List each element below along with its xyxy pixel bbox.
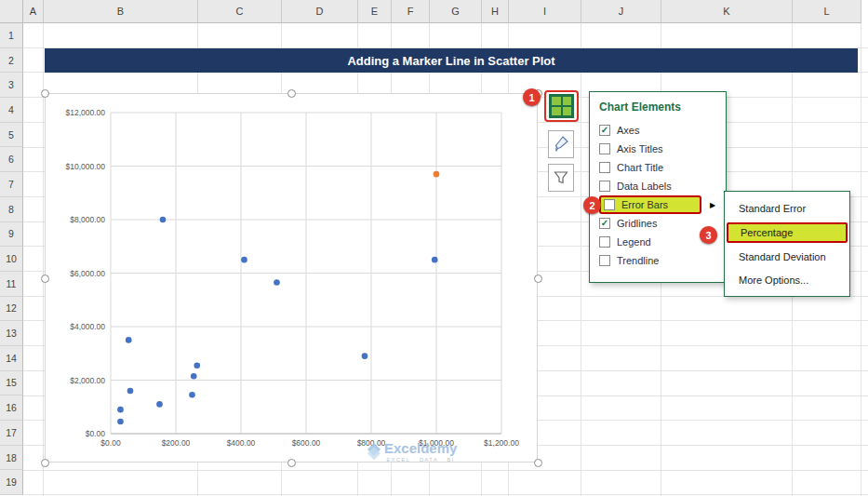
scatter-point[interactable] xyxy=(274,279,280,286)
chart-resize-handle[interactable] xyxy=(41,459,49,467)
chart-filters-button[interactable] xyxy=(548,164,574,192)
chart-styles-button[interactable] xyxy=(548,130,574,158)
column-header-c[interactable]: C xyxy=(198,0,282,23)
scatter-point[interactable] xyxy=(156,401,163,408)
scatter-point[interactable] xyxy=(191,373,197,380)
watermark: Exceldemy EXCEL · DATA · BI xyxy=(369,441,457,462)
chart-resize-handle[interactable] xyxy=(534,459,542,467)
submenu-item-standard-deviation[interactable]: Standard Deviation xyxy=(725,248,849,266)
row-header-11[interactable]: 11 xyxy=(0,272,23,297)
column-header-b[interactable]: B xyxy=(44,0,198,23)
chart-elements-item-axes[interactable]: ✓Axes xyxy=(599,121,726,140)
submenu-item-more-options[interactable]: More Options... xyxy=(725,271,849,289)
row-header-6[interactable]: 6 xyxy=(0,147,23,172)
scatter-point[interactable] xyxy=(434,171,440,178)
item-label: Error Bars xyxy=(621,199,668,210)
grid-line xyxy=(581,23,581,496)
column-header-g[interactable]: G xyxy=(430,0,482,23)
grid-line xyxy=(23,494,868,495)
y-axis-tick-label: $2,000.00 xyxy=(70,376,105,385)
scatter-point[interactable] xyxy=(160,217,167,223)
chart-elements-item-axis-titles[interactable]: Axis Titles xyxy=(599,140,726,158)
scatter-point[interactable] xyxy=(117,419,124,425)
checkbox-unchecked[interactable] xyxy=(599,236,610,248)
scatter-point[interactable] xyxy=(362,353,368,359)
column-header-k[interactable]: K xyxy=(661,0,793,23)
chart-elements-item-error-bars[interactable]: Error Bars xyxy=(599,195,701,214)
y-axis-tick-label: $8,000.00 xyxy=(70,215,105,224)
error-bars-submenu: Standard ErrorPercentageStandard Deviati… xyxy=(724,191,850,297)
x-axis-tick-label: $1,200.00 xyxy=(484,438,519,448)
watermark-name: Exceldemy xyxy=(384,441,457,455)
scatter-point[interactable] xyxy=(127,388,134,395)
chart-resize-handle[interactable] xyxy=(534,275,542,283)
scatter-point[interactable] xyxy=(194,362,200,369)
checkbox-checked[interactable]: ✓ xyxy=(599,125,610,136)
column-header-d[interactable]: D xyxy=(282,0,358,23)
x-axis-tick-label: $400.00 xyxy=(227,438,256,448)
row-header-19[interactable]: 19 xyxy=(0,470,23,495)
row-header-5[interactable]: 5 xyxy=(0,123,23,148)
checkbox-unchecked[interactable] xyxy=(599,181,610,192)
item-label: Axes xyxy=(617,125,639,136)
chart-elements-item-data-labels[interactable]: Data Labels xyxy=(599,177,726,195)
row-header-10[interactable]: 10 xyxy=(0,247,23,272)
chart-resize-handle[interactable] xyxy=(41,275,49,283)
row-header-17[interactable]: 17 xyxy=(0,421,23,446)
column-header-i[interactable]: I xyxy=(509,0,581,23)
column-header-h[interactable]: H xyxy=(482,0,509,23)
checkbox-checked[interactable]: ✓ xyxy=(599,218,610,229)
checkbox-unchecked[interactable] xyxy=(599,162,610,173)
chart-elements-menu: Chart Elements ✓AxesAxis TitlesChart Tit… xyxy=(589,91,727,283)
y-axis-tick-label: $0.00 xyxy=(86,429,106,438)
chart-resize-handle[interactable] xyxy=(287,89,296,98)
scatter-point[interactable] xyxy=(241,257,247,263)
row-header-13[interactable]: 13 xyxy=(0,321,23,346)
row-header-2[interactable]: 2 xyxy=(0,48,23,74)
item-label: Axis Titles xyxy=(617,143,663,154)
scatter-point[interactable] xyxy=(189,392,195,398)
y-axis-tick-label: $6,000.00 xyxy=(70,269,105,278)
chart-resize-handle[interactable] xyxy=(287,459,296,467)
scatter-point[interactable] xyxy=(432,257,438,263)
item-label: Legend xyxy=(617,236,651,248)
row-header-15[interactable]: 15 xyxy=(0,371,23,396)
chart-resize-handle[interactable] xyxy=(41,89,49,98)
chart-elements-button[interactable] xyxy=(549,94,574,118)
row-header-1[interactable]: 1 xyxy=(0,23,23,48)
column-header-l[interactable]: L xyxy=(793,0,861,23)
row-header-3[interactable]: 3 xyxy=(0,73,23,98)
column-header-e[interactable]: E xyxy=(358,0,392,23)
grid-line xyxy=(23,470,868,471)
column-header-a[interactable]: A xyxy=(23,0,44,23)
item-label: Data Labels xyxy=(617,181,672,192)
x-axis-tick-label: $0.00 xyxy=(100,438,121,448)
row-header-14[interactable]: 14 xyxy=(0,346,23,371)
column-headers: ABCDEFGHIJKL xyxy=(23,0,861,23)
checkbox-unchecked[interactable] xyxy=(599,255,610,266)
row-header-7[interactable]: 7 xyxy=(0,172,23,197)
row-header-9[interactable]: 9 xyxy=(0,222,23,248)
y-axis-tick-label: $10,000.00 xyxy=(65,162,105,171)
row-header-8[interactable]: 8 xyxy=(0,197,23,222)
select-all-corner[interactable] xyxy=(0,0,23,23)
chart-elements-item-chart-title[interactable]: Chart Title xyxy=(599,158,726,177)
column-header-f[interactable]: F xyxy=(392,0,430,23)
submenu-item-percentage[interactable]: Percentage xyxy=(727,222,848,243)
checkbox-unchecked[interactable] xyxy=(604,199,615,210)
chart-elements-item-trendline[interactable]: Trendline xyxy=(599,251,726,270)
submenu-item-standard-error[interactable]: Standard Error xyxy=(725,199,849,218)
checkbox-unchecked[interactable] xyxy=(599,143,610,154)
y-axis-tick-label: $12,000.00 xyxy=(65,108,105,117)
scatter-plot-area: $0.00$200.00$400.00$600.00$800.00$1,000.… xyxy=(46,94,539,463)
scatter-point[interactable] xyxy=(126,337,132,343)
row-header-18[interactable]: 18 xyxy=(0,446,23,471)
item-label: Trendline xyxy=(617,255,659,266)
scatter-chart[interactable]: $0.00$200.00$400.00$600.00$800.00$1,000.… xyxy=(45,93,538,462)
column-header-j[interactable]: J xyxy=(581,0,661,23)
row-header-16[interactable]: 16 xyxy=(0,395,23,421)
row-header-12[interactable]: 12 xyxy=(0,297,23,322)
scatter-point[interactable] xyxy=(117,407,124,413)
row-header-4[interactable]: 4 xyxy=(0,98,23,123)
chart-elements-list: ✓AxesAxis TitlesChart TitleData LabelsEr… xyxy=(599,121,726,270)
